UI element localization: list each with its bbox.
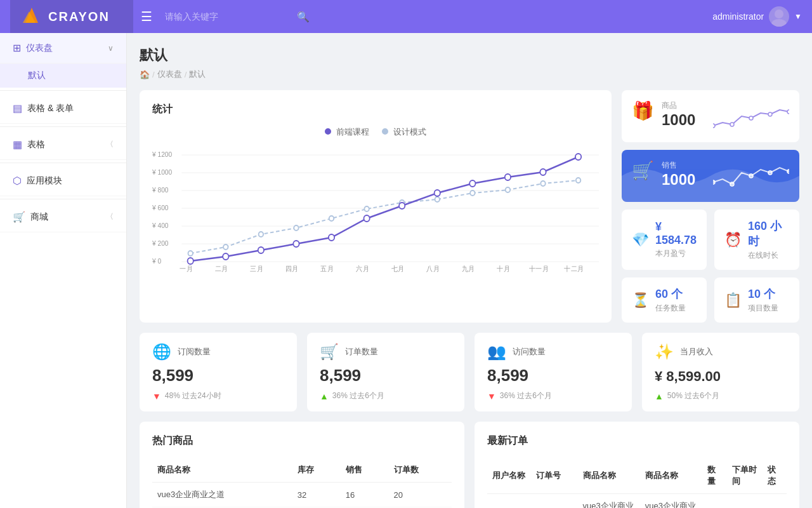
tables-section: 热门商品 商品名称 库存 销售 订单数 vue3企业商业之道 32 (140, 422, 799, 508)
breadcrumb-sep1: / (152, 70, 155, 79)
menu-icon[interactable]: ☰ (141, 9, 152, 24)
sales-sparkline (713, 160, 789, 192)
chart-legend: 前端课程 设计模式 (152, 126, 599, 138)
logo-area: CRAYON (10, 0, 133, 33)
username: administrator (712, 11, 764, 22)
loss-card: 💎 ¥ 1584.78 本月盈亏 (622, 210, 707, 270)
svg-point-60 (730, 182, 734, 186)
svg-text:九月: 九月 (462, 265, 475, 272)
product-sparkline (713, 100, 789, 132)
sidebar-item-shop[interactable]: 🛒 商城 〈 (0, 202, 126, 232)
col-sales: 销售 (341, 458, 389, 483)
product-content: 商品 1000 (662, 100, 705, 129)
time-cell: 16 (727, 494, 763, 509)
latest-orders-table: 用户名称 订单号 商品名称 商品名称 数量 下单时间 状态 DevPoint 2 (487, 458, 787, 508)
hot-products-table: 商品名称 库存 销售 订单数 vue3企业商业之道 32 16 20 (152, 458, 452, 508)
online-card: ⏰ 160 小时 在线时长 (714, 210, 799, 270)
order-title: 订单数量 (345, 346, 378, 358)
hot-products-tbody: vue3企业商业之道 32 16 20 vue3企业商业之道 32 16 20 (152, 483, 452, 509)
sidebar-divider-3 (0, 163, 126, 163)
table-arrow: 〈 (106, 139, 114, 150)
tasks-card: ⏳ 60 个 任务数量 (622, 277, 707, 323)
sidebar-item-tables-label: 表格 & 表单 (27, 103, 74, 114)
table-icon: ▦ (13, 138, 22, 150)
breadcrumb-current: 默认 (189, 69, 206, 80)
visit-icon: 👥 (487, 343, 506, 361)
shop-icon: 🛒 (13, 211, 25, 223)
legend-design: 设计模式 (382, 126, 426, 138)
legend-dot-design (382, 128, 388, 135)
tasks-value: 60 个 (655, 286, 686, 302)
svg-point-38 (469, 180, 475, 187)
metric-rev-header: ✨ 当月收入 (655, 343, 787, 361)
revenue-footer: ▲ 50% 过去6个月 (655, 391, 787, 401)
product-value: 1000 (662, 111, 705, 129)
svg-point-19 (223, 244, 228, 250)
revenue-trend: ▲ (655, 391, 664, 401)
svg-point-35 (363, 215, 369, 222)
col-order-time: 下单时间 (727, 458, 763, 494)
svg-point-29 (576, 178, 580, 183)
chart-title: 统计 (152, 103, 599, 116)
svg-point-59 (713, 180, 715, 184)
top-header: CRAYON ☰ 🔍 administrator ▼ (0, 0, 812, 33)
svg-point-34 (329, 234, 334, 241)
col-username: 用户名称 (487, 458, 531, 494)
svg-point-3 (771, 19, 787, 27)
product-icon: 🎁 (632, 100, 654, 121)
metric-sub-header: 🌐 订阅数量 (152, 343, 284, 361)
projects-card: 📋 10 个 项目数量 (714, 277, 799, 323)
svg-text:七月: 七月 (391, 265, 405, 272)
product1-cell: vue3企业商业之道 (578, 494, 640, 509)
svg-point-28 (540, 181, 545, 186)
order-footer: ▲ 36% 过去6个月 (320, 391, 452, 401)
mini-stats-column: 🎁 商品 1000 (622, 90, 799, 323)
svg-text:¥ 1200: ¥ 1200 (152, 150, 172, 158)
user-dropdown-arrow[interactable]: ▼ (794, 12, 802, 21)
stats-section: 统计 前端课程 设计模式 ¥ 1200 ¥ 1000 (140, 90, 799, 323)
metric-orders: 🛒 订单数量 8,599 ▲ 36% 过去6个月 (307, 333, 464, 411)
loss-label: 本月盈亏 (655, 248, 697, 259)
svg-point-23 (364, 206, 369, 211)
subscription-icon: 🌐 (152, 343, 171, 361)
search-input[interactable] (165, 11, 292, 22)
shop-arrow: 〈 (106, 211, 114, 222)
svg-point-21 (294, 225, 298, 231)
orders-cell: 20 (389, 483, 452, 507)
hot-products-header-row: 商品名称 库存 销售 订单数 (152, 458, 452, 483)
col-stock: 库存 (292, 458, 341, 483)
online-icon: ⏰ (724, 232, 742, 248)
logo-text: CRAYON (48, 10, 110, 24)
svg-text:¥ 1000: ¥ 1000 (152, 168, 172, 176)
sidebar-item-dashboard[interactable]: ⊞ 仪表盘 ∨ (0, 33, 126, 64)
metric-cards-row: 🌐 订阅数量 8,599 ▼ 48% 过去24小时 🛒 订单数量 8,599 (140, 333, 799, 411)
breadcrumb-dashboard[interactable]: 仪表盘 (157, 69, 182, 80)
chart-area: ¥ 1200 ¥ 1000 ¥ 800 ¥ 600 ¥ 400 ¥ 200 ¥ … (152, 145, 599, 272)
sidebar-item-table[interactable]: ▦ 表格 〈 (0, 130, 126, 160)
latest-orders-header-row: 用户名称 订单号 商品名称 商品名称 数量 下单时间 状态 (487, 458, 787, 494)
col-orders: 订单数 (389, 458, 452, 483)
svg-point-27 (506, 187, 510, 192)
projects-label: 项目数量 (748, 303, 778, 314)
svg-text:¥ 400: ¥ 400 (152, 222, 169, 229)
svg-point-37 (435, 190, 440, 196)
sidebar-item-default[interactable]: 默认 (0, 64, 126, 88)
sidebar-item-default-label: 默认 (28, 70, 46, 80)
product-name-cell: vue3企业商业之道 (152, 483, 292, 507)
svg-text:六月: 六月 (356, 265, 369, 272)
sidebar: ⊞ 仪表盘 ∨ 默认 ▤ 表格 & 表单 ▦ 表格 〈 ⬡ 应用模块 🛒 商城 … (0, 33, 127, 508)
tasks-content: 60 个 任务数量 (655, 286, 686, 314)
sidebar-item-tables-forms[interactable]: ▤ 表格 & 表单 (0, 93, 126, 124)
search-icon[interactable]: 🔍 (297, 11, 310, 23)
sidebar-item-appmodules[interactable]: ⬡ 应用模块 (0, 166, 126, 196)
svg-point-56 (749, 116, 753, 120)
sidebar-item-shop-label: 商城 (30, 211, 48, 223)
svg-point-58 (787, 110, 789, 114)
content-area: 默认 🏠 / 仪表盘 / 默认 统计 前端课程 设计模式 (127, 33, 812, 508)
product-card: 🎁 商品 1000 (622, 90, 799, 142)
legend-dot-frontend (325, 128, 331, 135)
col-status: 状态 (763, 458, 787, 494)
svg-point-2 (775, 10, 783, 18)
page-title: 默认 (140, 46, 799, 65)
order-icon: 🛒 (320, 343, 339, 361)
